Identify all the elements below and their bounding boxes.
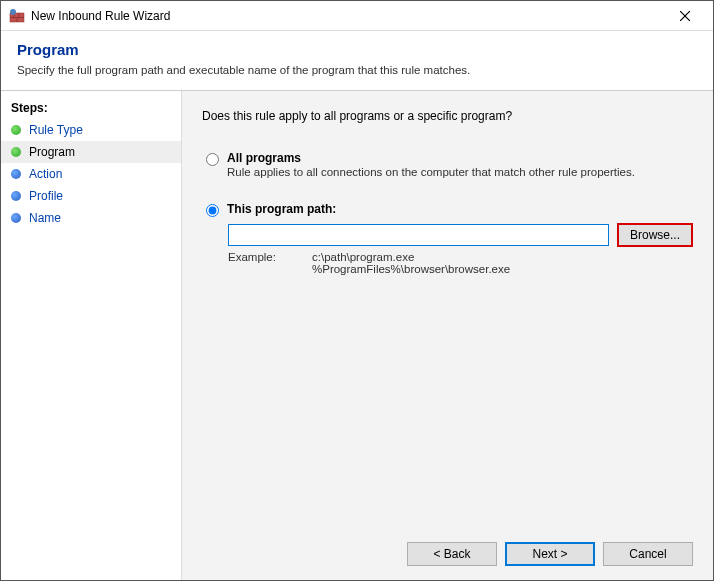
example-row: Example: c:\path\program.exe %ProgramFil… — [228, 251, 693, 275]
option-all-desc: Rule applies to all connections on the c… — [227, 166, 693, 178]
steps-label: Steps: — [1, 99, 181, 119]
step-label: Program — [29, 145, 75, 159]
path-row: Browse... — [228, 223, 693, 247]
option-all-title: All programs — [227, 151, 693, 165]
question-text: Does this rule apply to all programs or … — [202, 109, 693, 123]
wizard-body: Steps: Rule Type Program Action Profile … — [1, 91, 713, 580]
close-icon — [680, 11, 690, 21]
step-action[interactable]: Action — [1, 163, 181, 185]
titlebar: New Inbound Rule Wizard — [1, 1, 713, 31]
back-button[interactable]: < Back — [407, 542, 497, 566]
page-title: Program — [17, 41, 697, 58]
example-label: Example: — [228, 251, 288, 275]
wizard-window: New Inbound Rule Wizard Program Specify … — [0, 0, 714, 581]
browse-button[interactable]: Browse... — [617, 223, 693, 247]
bullet-icon — [11, 169, 21, 179]
option-all-programs[interactable]: All programs Rule applies to all connect… — [202, 151, 693, 178]
bullet-icon — [11, 147, 21, 157]
options-group: All programs Rule applies to all connect… — [202, 151, 693, 275]
main-panel: Does this rule apply to all programs or … — [181, 91, 713, 580]
wizard-footer: < Back Next > Cancel — [202, 530, 693, 566]
step-label: Profile — [29, 189, 63, 203]
radio-program-path[interactable] — [206, 204, 219, 217]
step-program[interactable]: Program — [1, 141, 181, 163]
close-button[interactable] — [665, 2, 705, 30]
step-profile[interactable]: Profile — [1, 185, 181, 207]
bullet-icon — [11, 125, 21, 135]
firewall-icon — [9, 8, 25, 24]
svg-point-5 — [10, 9, 16, 15]
window-title: New Inbound Rule Wizard — [31, 9, 665, 23]
radio-all-programs[interactable] — [206, 153, 219, 166]
option-program-path[interactable]: This program path: — [202, 202, 693, 217]
next-button[interactable]: Next > — [505, 542, 595, 566]
wizard-header: Program Specify the full program path an… — [1, 31, 713, 91]
option-path-title: This program path: — [227, 202, 693, 216]
step-label: Rule Type — [29, 123, 83, 137]
step-rule-type[interactable]: Rule Type — [1, 119, 181, 141]
step-label: Name — [29, 211, 61, 225]
bullet-icon — [11, 191, 21, 201]
page-description: Specify the full program path and execut… — [17, 64, 697, 76]
steps-sidebar: Steps: Rule Type Program Action Profile … — [1, 91, 181, 580]
step-name[interactable]: Name — [1, 207, 181, 229]
example-lines: c:\path\program.exe %ProgramFiles%\brows… — [312, 251, 510, 275]
cancel-button[interactable]: Cancel — [603, 542, 693, 566]
step-label: Action — [29, 167, 62, 181]
program-path-input[interactable] — [228, 224, 609, 246]
bullet-icon — [11, 213, 21, 223]
